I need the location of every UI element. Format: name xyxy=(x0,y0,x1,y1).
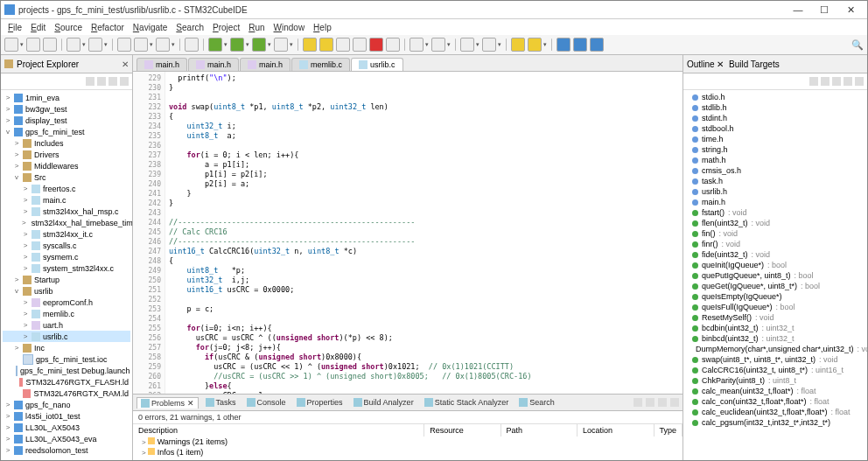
problems-row[interactable]: > Warnings (21 items) xyxy=(133,437,682,447)
tree-item[interactable]: >bw3gw_test xyxy=(3,103,130,115)
tree-item[interactable]: >syscalls.c xyxy=(3,240,130,251)
outline-item[interactable]: finr() : void xyxy=(685,239,865,249)
wrench-icon[interactable] xyxy=(185,38,199,52)
outline-item[interactable]: calc_mean(uint32_t,float*) : float xyxy=(685,386,865,396)
editor-tab[interactable]: usrlib.c xyxy=(351,58,403,71)
menu-window[interactable]: Window xyxy=(270,22,309,33)
new-icon[interactable] xyxy=(4,38,18,52)
bookmark-icon[interactable] xyxy=(353,38,367,52)
stop-icon[interactable] xyxy=(369,38,383,52)
menu-edit[interactable]: Edit xyxy=(27,22,49,33)
menu-icon[interactable] xyxy=(646,398,654,407)
tree-item[interactable]: vgps_fc_mini_test xyxy=(3,126,130,137)
bottom-tab-tasks[interactable]: Tasks xyxy=(202,397,240,408)
bottom-tab-problems[interactable]: Problems ✕ xyxy=(136,397,199,409)
outline-item[interactable]: time.h xyxy=(685,134,865,144)
outline-menu-icon[interactable] xyxy=(855,77,864,86)
menu-refactor[interactable]: Refactor xyxy=(88,22,128,33)
tree-item[interactable]: >LL30L_AX5043 xyxy=(3,422,130,433)
editor-tab[interactable]: main.h xyxy=(136,58,187,71)
menu-help[interactable]: Help xyxy=(310,22,335,33)
bottom-tab-console[interactable]: Console xyxy=(243,397,290,408)
outline-item[interactable]: binbcd(uint32_t) : uint32_t xyxy=(685,333,865,344)
folder-icon[interactable] xyxy=(134,38,148,52)
menu-file[interactable]: File xyxy=(4,22,25,33)
outline-item[interactable]: queIsEmpty(IgQueue*) xyxy=(685,291,865,302)
menu-search[interactable]: Search xyxy=(172,22,207,33)
outline-item[interactable]: CalcCRC16(uint32_t, uint8_t*) : uint16_t xyxy=(685,365,865,375)
menu-navigate[interactable]: Navigate xyxy=(130,22,171,33)
outline-item[interactable]: usrlib.h xyxy=(685,186,865,197)
save-icon[interactable] xyxy=(26,38,40,52)
tree-item[interactable]: >1min_eva xyxy=(3,92,130,103)
nav-icon[interactable] xyxy=(460,38,474,52)
outline-item[interactable]: queInit(IgQueue*) : bool xyxy=(685,260,865,270)
menu-source[interactable]: Source xyxy=(51,22,86,33)
bottom-tab-static-stack-analyzer[interactable]: Static Stack Analyzer xyxy=(421,397,513,408)
outline-filter-icon[interactable] xyxy=(832,77,841,86)
target-icon[interactable] xyxy=(336,38,350,52)
tree-item[interactable]: >gps_fc_nano xyxy=(3,399,130,410)
menu-project[interactable]: Project xyxy=(209,22,243,33)
tree-item[interactable]: STM32L476RGTX_RAM.ld xyxy=(3,388,130,399)
tree-item[interactable]: >usrlib.c xyxy=(3,331,130,342)
close-button[interactable]: ✕ xyxy=(837,4,864,16)
step2-icon[interactable] xyxy=(319,38,333,52)
tree-item[interactable]: >main.c xyxy=(3,194,130,206)
link-editor-icon[interactable] xyxy=(97,77,106,86)
tree-item[interactable]: >LL30L_AX5043_eva xyxy=(3,433,130,444)
back-icon[interactable] xyxy=(511,38,525,52)
persp1-icon[interactable] xyxy=(556,38,570,52)
editor-tab[interactable]: main.h xyxy=(188,58,239,71)
outline-item[interactable]: ResetMySelf() : void xyxy=(685,312,865,323)
tree-item[interactable]: >stm32l4xx_hal_msp.c xyxy=(3,206,130,217)
outline-item[interactable]: flen(uint32_t) : void xyxy=(685,218,865,228)
outline-item[interactable]: queGet(IgQueue*, uint8_t*) : bool xyxy=(685,281,865,291)
outline-sort-icon[interactable] xyxy=(809,77,818,86)
tree-item[interactable]: >sysmem.c xyxy=(3,251,130,262)
outline-item[interactable]: stdlib.h xyxy=(685,102,865,113)
tree-item[interactable]: >freertos.c xyxy=(3,183,130,194)
problems-col[interactable]: Resource xyxy=(424,424,500,437)
tree-item[interactable]: >Includes xyxy=(3,137,130,149)
outline-item[interactable]: stdbool.h xyxy=(685,123,865,134)
outline-item[interactable]: main.h xyxy=(685,197,865,207)
bottom-tab-search[interactable]: Search xyxy=(515,397,558,408)
filter-icon[interactable] xyxy=(634,398,642,407)
problems-col[interactable]: Type xyxy=(654,424,683,437)
max-icon[interactable] xyxy=(670,398,679,407)
outline-tab[interactable]: Outline xyxy=(687,59,715,69)
save-all-icon[interactable] xyxy=(43,38,57,52)
tree-item[interactable]: >Drivers xyxy=(3,149,130,160)
persp2-icon[interactable] xyxy=(573,38,587,52)
problems-col[interactable]: Location xyxy=(578,424,654,437)
outline-item[interactable]: cmsis_os.h xyxy=(685,165,865,176)
menu-run[interactable]: Run xyxy=(245,22,268,33)
fwd-icon[interactable] xyxy=(528,38,542,52)
tree-item[interactable]: >reedsolomon_test xyxy=(3,444,130,456)
filter-icon[interactable] xyxy=(108,77,117,86)
outline-item[interactable]: calc_con(uint32_t,float*,float*) : float xyxy=(685,396,865,407)
tree-item[interactable]: >display_test xyxy=(3,115,130,126)
tree-item[interactable]: >Startup xyxy=(3,274,130,285)
tree-item[interactable]: >memlib.c xyxy=(3,308,130,319)
persp3-icon[interactable] xyxy=(590,38,604,52)
code-editor[interactable]: printf("\n"); } void swap(uint8_t *p1, u… xyxy=(165,72,682,394)
ext-tools-icon[interactable] xyxy=(274,38,288,52)
doc-icon[interactable] xyxy=(117,38,131,52)
outline-item[interactable]: calc_pgsum(int32_t,int32_t*,int32_t*) xyxy=(685,417,865,428)
view-menu-icon[interactable] xyxy=(120,77,129,86)
outline-item[interactable]: task.h xyxy=(685,176,865,186)
problems-col[interactable]: Description xyxy=(133,424,424,437)
outline-item[interactable]: swap(uint8_t*, uint8_t*, uint32_t) : voi… xyxy=(685,354,865,365)
tree-item[interactable]: >eepromConf.h xyxy=(3,297,130,308)
editor-tab[interactable]: memlib.c xyxy=(291,58,350,71)
tree-item[interactable]: >l4s5i_iot01_test xyxy=(3,410,130,422)
outline-item[interactable]: math.h xyxy=(685,155,865,165)
outline-item[interactable]: fin() : void xyxy=(685,228,865,239)
tree-item[interactable]: >stm32l4xx_it.c xyxy=(3,228,130,240)
tree-item[interactable]: vusrlib xyxy=(3,285,130,297)
bottom-tab-build-analyzer[interactable]: Build Analyzer xyxy=(350,397,417,408)
outline-item[interactable]: bcdbin(uint32_t) : uint32_t xyxy=(685,323,865,333)
debug-icon[interactable] xyxy=(230,38,244,52)
